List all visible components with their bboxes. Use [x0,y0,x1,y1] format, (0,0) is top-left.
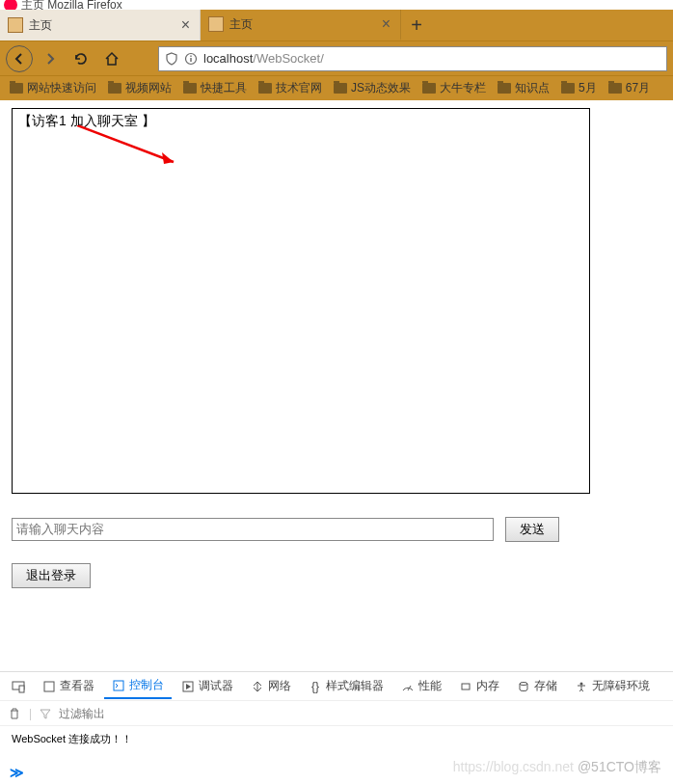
chat-input[interactable] [12,518,494,541]
tab-favicon [8,17,23,33]
responsive-button[interactable] [4,676,33,697]
new-tab-button[interactable]: + [401,10,432,41]
accessibility-icon [575,680,588,693]
performance-icon [401,680,415,693]
back-button[interactable] [6,45,33,72]
bookmark-item[interactable]: 快捷工具 [179,78,251,98]
folder-icon [10,83,23,94]
trash-icon[interactable] [8,707,21,720]
shield-icon [165,52,178,66]
chat-log: 【访客1 加入聊天室 】 [12,108,590,494]
home-button[interactable] [98,45,125,72]
tab-console[interactable]: 控制台 [104,673,172,699]
filter-input[interactable] [59,707,665,720]
page-content: 【访客1 加入聊天室 】 发送 退出登录 [0,100,673,596]
tab-style[interactable]: {}样式编辑器 [301,674,391,698]
url-bar[interactable]: localhost/WebSocket/ [158,46,667,71]
folder-icon [183,83,197,94]
svg-rect-8 [19,686,24,692]
tab-strip: 主页 × 主页 × + [0,10,673,41]
logout-button[interactable]: 退出登录 [12,563,91,588]
chat-message: 【访客1 加入聊天室 】 [18,113,583,130]
folder-icon [498,83,511,94]
svg-point-15 [580,682,583,685]
bookmark-item[interactable]: 技术官网 [255,78,326,98]
tab-inspector[interactable]: 查看器 [35,674,102,698]
tab-network[interactable]: 网络 [243,674,299,698]
tab-favicon [208,16,224,32]
folder-icon [422,83,436,94]
tab-debugger[interactable]: 调试器 [174,674,241,698]
bookmark-item[interactable]: 5月 [557,78,601,98]
svg-rect-13 [462,684,470,689]
nav-toolbar: localhost/WebSocket/ [0,41,673,75]
tab-memory[interactable]: 内存 [451,674,507,698]
svg-rect-2 [190,55,191,56]
tab-label: 主页 [229,16,380,33]
svg-rect-9 [44,682,54,691]
folder-icon [334,83,347,94]
url-host: localhost [203,51,253,66]
bookmark-item[interactable]: 知识点 [494,78,553,98]
bookmark-item[interactable]: 视频网站 [104,78,175,98]
bookmark-item[interactable]: 67月 [605,78,654,98]
bookmark-item[interactable]: JS动态效果 [330,78,415,98]
url-path: /WebSocket/ [253,51,323,66]
bookmarks-bar: 网站快速访问 视频网站 快捷工具 技术官网 JS动态效果 大牛专栏 知识点 5月… [0,75,673,100]
tab-label: 主页 [29,17,179,34]
devtools-filter-row: | [0,701,673,726]
reload-button[interactable] [67,45,94,72]
browser-tab-0[interactable]: 主页 × [0,10,201,41]
debugger-icon [181,680,195,693]
console-output: WebSocket 连接成功！！ [0,726,673,761]
tab-performance[interactable]: 性能 [393,674,449,698]
inspector-icon [42,680,56,693]
forward-button[interactable] [37,45,64,72]
storage-icon [517,680,530,693]
svg-rect-1 [190,58,191,62]
network-icon [251,680,264,693]
info-icon [184,52,198,66]
style-icon: {} [309,680,322,693]
console-icon [112,679,125,692]
tab-storage[interactable]: 存储 [509,674,565,698]
close-icon[interactable]: × [380,15,392,33]
console-log-line: WebSocket 连接成功！！ [12,733,132,744]
bookmark-item[interactable]: 网站快速访问 [6,78,100,98]
send-button[interactable]: 发送 [505,517,559,542]
close-icon[interactable]: × [179,16,192,34]
svg-point-14 [520,682,527,685]
watermark: https://blog.csdn.net @51CTO博客 [453,759,661,776]
bookmark-item[interactable]: 大牛专栏 [418,78,490,98]
folder-icon [258,83,272,94]
filter-icon [40,708,51,719]
folder-icon [608,83,622,94]
svg-rect-10 [114,681,123,690]
memory-icon [459,680,472,693]
browser-tab-1[interactable]: 主页 × [201,10,401,41]
devtools-tabs: 查看器 控制台 调试器 网络 {}样式编辑器 性能 内存 存储 无障碍环境 [0,672,673,701]
tab-accessibility[interactable]: 无障碍环境 [567,674,658,698]
folder-icon [561,83,575,94]
folder-icon [108,83,121,94]
